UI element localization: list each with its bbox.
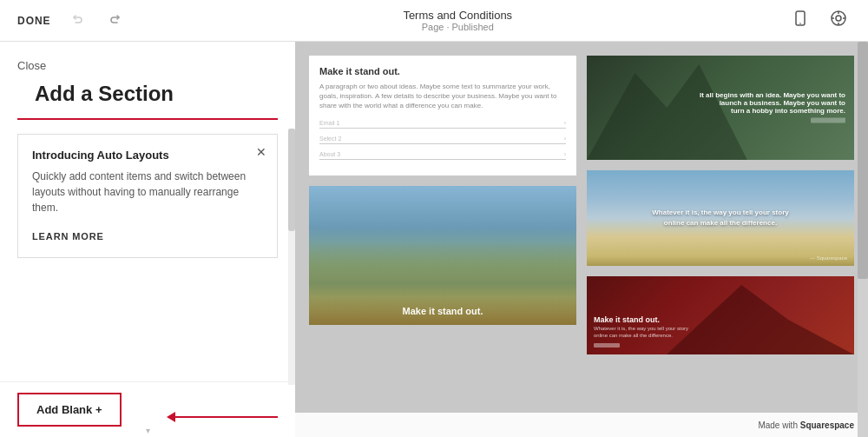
field-chevron-2: › — [564, 136, 566, 142]
templates-scrollbar[interactable] — [858, 42, 868, 437]
top-bar-right — [788, 6, 851, 35]
page-title: Terms and Conditions — [403, 9, 512, 22]
panel-scrollbar-thumb — [288, 129, 295, 231]
mobile-icon — [792, 10, 809, 27]
template-red-text: Make it stand out. Whatever it is, the w… — [594, 315, 698, 348]
redo-button[interactable] — [103, 9, 128, 33]
template-red-mountain-bg: Make it stand out. Whatever it is, the w… — [587, 276, 854, 354]
template-dark-text: It all begins with an idea. Maybe you wa… — [700, 91, 845, 125]
done-button[interactable]: DONE — [17, 15, 51, 27]
svg-point-3 — [836, 16, 841, 21]
field-label-2: Select 2 — [319, 136, 341, 142]
add-blank-button[interactable]: Add Blank + — [17, 393, 122, 427]
template-quote-credit: — Squarespace — [810, 255, 847, 261]
mobile-preview-button[interactable] — [788, 6, 812, 35]
footer-squarespace-link[interactable]: Squarespace — [800, 420, 854, 430]
template-card-red-mountain[interactable]: Make it stand out. Whatever it is, the w… — [587, 276, 854, 354]
footer-made-with: Made with — [758, 420, 798, 430]
templates-col-right: It all begins with an idea. Maybe you wa… — [587, 56, 854, 423]
template-form-field-3: About 3 › — [319, 149, 566, 160]
template-form-content: Make it stand out. A paragraph or two ab… — [309, 56, 576, 175]
template-form-field-1: Email 1 › — [319, 118, 566, 129]
template-form-title: Make it stand out. — [319, 66, 566, 76]
templates-area[interactable]: Make it stand out. A paragraph or two ab… — [295, 42, 868, 437]
template-card-form[interactable]: Make it stand out. A paragraph or two ab… — [309, 56, 576, 175]
auto-layout-card: ✕ Introducing Auto Layouts Quickly add c… — [17, 134, 278, 258]
template-mountain-text: Make it stand out. — [318, 306, 568, 316]
field-chevron-1: › — [564, 120, 566, 126]
undo-button[interactable] — [65, 9, 89, 33]
panel-scrollbar[interactable] — [288, 129, 295, 385]
template-card-mountain[interactable]: Make it stand out. — [309, 186, 576, 325]
template-dark-landscape-bg: It all begins with an idea. Maybe you wa… — [587, 56, 854, 160]
template-mountain-overlay: Make it stand out. — [309, 297, 576, 325]
template-mountain-bg: Make it stand out. — [309, 186, 576, 325]
template-dark-title: It all begins with an idea. Maybe you wa… — [700, 91, 845, 115]
main-area: T Close Add a Section ✕ Introducing Auto… — [0, 42, 868, 437]
scroll-down-indicator: ▾ — [0, 423, 295, 437]
top-bar-left: DONE — [17, 9, 128, 33]
page-status: Page · Published — [403, 22, 512, 32]
template-red-button — [594, 343, 620, 348]
card-close-button[interactable]: ✕ — [256, 145, 266, 159]
top-bar: DONE Terms and Conditions Page · Publish… — [0, 0, 868, 42]
template-form-field-2: Select 2 › — [319, 134, 566, 144]
template-card-quote[interactable]: Whatever it is, the way you tell your st… — [587, 170, 854, 266]
edit-mode-button[interactable] — [826, 6, 851, 35]
arrow-line — [174, 416, 278, 418]
redo-icon — [108, 12, 122, 26]
edit-icon — [830, 10, 847, 27]
add-section-title: Add a Section — [17, 73, 278, 120]
top-bar-center: Terms and Conditions Page · Published — [403, 9, 512, 32]
add-section-panel: Close Add a Section ✕ Introducing Auto L… — [0, 42, 295, 437]
undo-icon — [70, 12, 84, 26]
card-description: Quickly add content items and switch bet… — [32, 169, 263, 215]
templates-scrollbar-thumb — [858, 42, 868, 279]
arrow-annotation — [174, 416, 278, 418]
template-form-text: A paragraph or two about ideas. Maybe so… — [319, 82, 566, 111]
panel-body[interactable]: ✕ Introducing Auto Layouts Quickly add c… — [0, 120, 295, 381]
close-row: Close — [0, 42, 295, 73]
template-red-title: Make it stand out. — [594, 315, 698, 324]
template-red-subtitle: Whatever it is, the way you tell your st… — [594, 326, 698, 340]
field-label-3: About 3 — [319, 151, 340, 157]
svg-point-1 — [799, 23, 801, 24]
field-chevron-3: › — [564, 151, 566, 157]
template-card-dark-landscape[interactable]: It all begins with an idea. Maybe you wa… — [587, 56, 854, 160]
template-quote-bg: Whatever it is, the way you tell your st… — [587, 170, 854, 266]
field-label-1: Email 1 — [319, 120, 339, 126]
templates-col-left: Make it stand out. A paragraph or two ab… — [309, 56, 576, 423]
footer-squarespace: Made with Squarespace — [758, 420, 854, 430]
close-link[interactable]: Close — [17, 59, 46, 72]
card-title: Introducing Auto Layouts — [32, 149, 263, 162]
template-quote-text: Whatever it is, the way you tell your st… — [652, 208, 788, 228]
learn-more-link[interactable]: LEARN MORE — [32, 231, 104, 242]
